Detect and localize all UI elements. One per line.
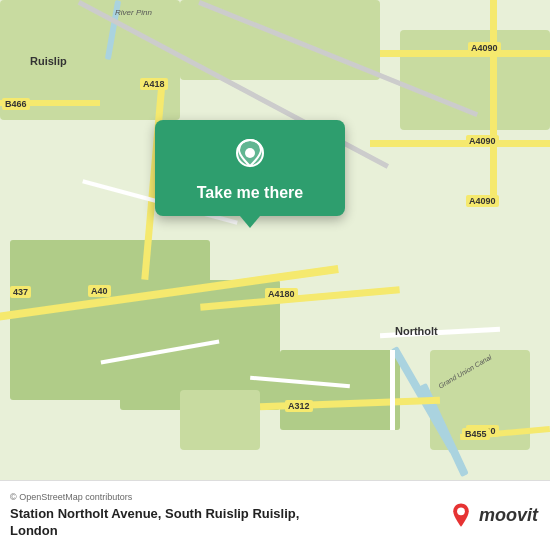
bottom-bar: © OpenStreetMap contributors Station Nor… (0, 480, 550, 550)
map-container: Ruislip Northolt River Pinn Grand Union … (0, 0, 550, 480)
label-a4090-2: A4090 (466, 135, 499, 147)
label-a4180: A4180 (265, 288, 298, 300)
address-line2: London (10, 523, 299, 540)
location-pin-icon (230, 136, 270, 176)
label-a40: A40 (88, 285, 111, 297)
svg-point-2 (457, 507, 465, 515)
green-area-2 (180, 0, 380, 80)
moovit-logo-text: moovit (479, 505, 538, 526)
svg-point-1 (245, 148, 255, 158)
label-a4090-1: A4090 (468, 42, 501, 54)
place-northolt: Northolt (395, 325, 438, 337)
place-river-pinn: River Pinn (115, 8, 152, 17)
bottom-info: © OpenStreetMap contributors Station Nor… (10, 492, 299, 540)
road-a4090-v (490, 0, 497, 200)
label-a4090-3: A4090 (466, 195, 499, 207)
road-northolt-2 (390, 350, 395, 430)
label-b466: B466 (2, 98, 30, 110)
copyright-text: © OpenStreetMap contributors (10, 492, 299, 502)
moovit-logo: moovit (447, 502, 538, 530)
green-area-5 (180, 390, 260, 450)
label-b455: B455 (462, 428, 490, 440)
place-ruislip: Ruislip (30, 55, 67, 67)
moovit-pin-icon (447, 502, 475, 530)
tooltip-card[interactable]: Take me there (155, 120, 345, 216)
label-a418: A418 (140, 78, 168, 90)
label-a312: A312 (285, 400, 313, 412)
take-me-there-button[interactable]: Take me there (197, 184, 303, 202)
road-a4090-h1 (380, 50, 550, 57)
green-area-4 (280, 350, 400, 430)
road-a4090-h2 (370, 140, 550, 147)
address-line1: Station Northolt Avenue, South Ruislip R… (10, 506, 299, 523)
label-a437: 437 (10, 286, 31, 298)
